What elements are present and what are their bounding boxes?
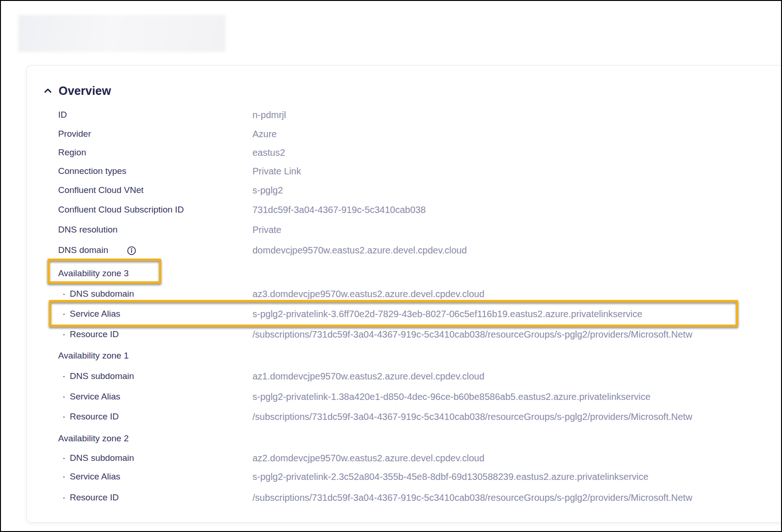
field-value: /subscriptions/731dc59f-3a04-4367-919c-5…	[252, 491, 692, 505]
bullet-icon: ·	[62, 389, 66, 403]
bullet-icon: ·	[62, 327, 66, 341]
field-label: Service Alias	[70, 470, 120, 484]
bullet-icon: ·	[62, 469, 66, 483]
bullet-icon: ·	[62, 451, 66, 465]
field-value: az3.domdevcjpe9570w.eastus2.azure.devel.…	[252, 287, 484, 301]
field-label: ID	[58, 108, 67, 122]
field-label: DNS subdomain	[70, 451, 134, 465]
bullet-icon: ·	[62, 369, 66, 383]
field-value: /subscriptions/731dc59f-3a04-4367-919c-5…	[252, 410, 692, 424]
field-value: n-pdmrjl	[252, 108, 286, 122]
field-value: az2.domdevcjpe9570w.eastus2.azure.devel.…	[252, 451, 484, 465]
field-value: /subscriptions/731dc59f-3a04-4367-919c-5…	[252, 327, 692, 341]
field-value: az1.domdevcjpe9570w.eastus2.azure.devel.…	[252, 369, 484, 383]
field-label: DNS domain	[58, 243, 108, 257]
redacted-page-title-area	[18, 15, 225, 52]
zone-header-az3: Availability zone 3	[27, 266, 782, 280]
zone-row-dns-subdomain: · DNS subdomain az1.domdevcjpe9570w.east…	[27, 369, 782, 383]
field-label: Region	[58, 146, 86, 160]
field-label: Resource ID	[70, 327, 119, 341]
chevron-up-icon[interactable]	[42, 85, 53, 96]
field-label: Confluent Cloud VNet	[58, 183, 144, 197]
field-value: Azure	[252, 127, 277, 141]
field-row-region: Region eastus2	[27, 146, 782, 160]
field-row-id: ID n-pdmrjl	[27, 108, 782, 122]
field-value: Private Link	[252, 164, 301, 178]
field-value: Private	[252, 223, 281, 237]
field-value: 731dc59f-3a04-4367-919c-5c3410cab038	[252, 203, 426, 217]
zone-row-service-alias: · Service Alias s-pglg2-privatelink-3.6f…	[27, 307, 782, 321]
field-label: Service Alias	[70, 307, 120, 321]
field-label: DNS subdomain	[70, 287, 134, 301]
overview-section-header[interactable]: Overview	[42, 83, 111, 98]
field-row-dns-domain: DNS domain domdevcjpe9570w.eastus2.azure…	[27, 243, 782, 257]
field-row-connection-types: Connection types Private Link	[27, 164, 782, 178]
field-label: DNS subdomain	[70, 369, 134, 383]
field-value: eastus2	[252, 146, 285, 160]
zone-row-resource-id: · Resource ID /subscriptions/731dc59f-3a…	[27, 491, 782, 505]
zone-row-service-alias: · Service Alias s-pglg2-privatelink-1.38…	[27, 390, 782, 404]
field-row-provider: Provider Azure	[27, 127, 782, 141]
bullet-icon: ·	[62, 409, 66, 423]
bullet-icon: ·	[62, 490, 66, 504]
field-label: Resource ID	[70, 491, 119, 505]
bullet-icon: ·	[62, 306, 66, 320]
zone-header-az1: Availability zone 1	[27, 349, 782, 363]
field-value: domdevcjpe9570w.eastus2.azure.devel.cpde…	[252, 243, 467, 257]
zone-row-dns-subdomain: · DNS subdomain az3.domdevcjpe9570w.east…	[27, 287, 782, 301]
zone-name: Availability zone 3	[58, 266, 129, 280]
zone-row-dns-subdomain: · DNS subdomain az2.domdevcjpe9570w.east…	[27, 451, 782, 465]
field-row-vnet: Confluent Cloud VNet s-pglg2	[27, 183, 782, 197]
field-row-dns-resolution: DNS resolution Private	[27, 223, 782, 237]
field-label: DNS resolution	[58, 223, 118, 237]
zone-header-az2: Availability zone 2	[27, 432, 782, 446]
field-label: Connection types	[58, 164, 126, 178]
zone-row-resource-id: · Resource ID /subscriptions/731dc59f-3a…	[27, 410, 782, 424]
field-label: Service Alias	[70, 390, 120, 404]
field-label: Resource ID	[70, 410, 119, 424]
field-row-subscription-id: Confluent Cloud Subscription ID 731dc59f…	[27, 203, 782, 217]
field-value: s-pglg2-privatelink-1.38a420e1-d850-4dec…	[252, 390, 650, 404]
info-icon[interactable]	[127, 246, 136, 259]
screenshot-frame: Overview ID n-pdmrjl Provider Azure Regi…	[0, 0, 782, 532]
field-label: Provider	[58, 127, 91, 141]
bullet-icon: ·	[62, 286, 66, 300]
section-title: Overview	[59, 84, 111, 98]
zone-row-service-alias: · Service Alias s-pglg2-privatelink-2.3c…	[27, 470, 782, 484]
overview-card: Overview ID n-pdmrjl Provider Azure Regi…	[27, 65, 782, 523]
zone-row-resource-id: · Resource ID /subscriptions/731dc59f-3a…	[27, 327, 782, 341]
field-value: s-pglg2-privatelink-2.3c52a804-355b-45e8…	[252, 470, 649, 484]
zone-name: Availability zone 1	[58, 349, 129, 363]
field-value: s-pglg2	[252, 183, 283, 197]
field-label: Confluent Cloud Subscription ID	[58, 203, 184, 217]
zone-name: Availability zone 2	[58, 432, 129, 446]
field-value: s-pglg2-privatelink-3.6ff70e2d-7829-43eb…	[252, 307, 643, 321]
